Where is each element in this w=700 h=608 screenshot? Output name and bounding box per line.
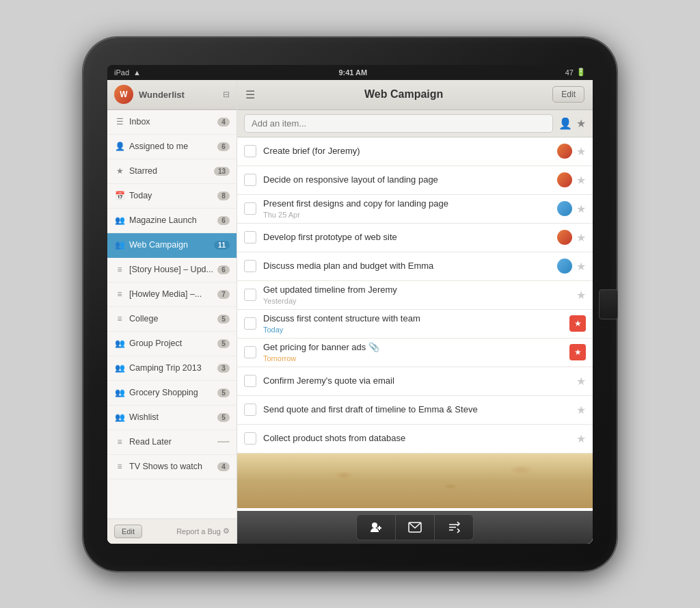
task-row[interactable]: Present first designs and copy for landi…: [237, 195, 593, 224]
sidebar-item-camping[interactable]: 👥 Camping Trip 2013 3: [107, 356, 237, 381]
star-icon[interactable]: ★: [576, 432, 586, 445]
hamburger-icon[interactable]: ☰: [245, 88, 255, 101]
ipad-label: iPad: [114, 68, 129, 77]
task-title: Send quote and first draft of timeline t…: [263, 404, 576, 416]
add-star-icon[interactable]: ★: [576, 117, 586, 130]
add-person-icon[interactable]: 👤: [558, 117, 572, 130]
task-title: Get pricing for banner ads 📎: [263, 342, 569, 354]
toolbar-group: [356, 514, 474, 540]
sidebar-item-grocery[interactable]: 👥 Grocery Shopping 5: [107, 381, 237, 406]
task-checkbox[interactable]: [244, 174, 256, 186]
avatar: [557, 230, 572, 245]
battery-icon: 🔋: [576, 68, 586, 77]
gear-icon: ⚙: [223, 527, 230, 536]
sidebar-item-count: 5: [217, 388, 230, 397]
star-icon[interactable]: ★: [576, 231, 586, 244]
task-row[interactable]: Develop first prototype of web site ★: [237, 224, 593, 252]
add-item-input[interactable]: [244, 114, 553, 133]
star-icon[interactable]: ★: [576, 404, 586, 417]
sidebar-item-today[interactable]: 📅 Today 8: [107, 184, 237, 209]
task-content: Get pricing for banner ads 📎 Tomorrow: [263, 342, 569, 362]
sidebar-item-assigned[interactable]: 👤 Assigned to me 6: [107, 135, 237, 159]
task-checkbox[interactable]: [244, 375, 256, 387]
list-icon: ≡: [114, 265, 125, 274]
task-row[interactable]: Decide on responsive layout of landing p…: [237, 166, 593, 195]
task-content: Collect product shots from database: [263, 433, 576, 445]
star-icon[interactable]: ★: [576, 289, 586, 302]
sidebar-item-inbox[interactable]: ☰ Inbox 4: [107, 110, 237, 135]
sidebar-item-count: 13: [214, 167, 230, 176]
task-row[interactable]: Discuss first content structure with tea…: [237, 310, 593, 339]
star-icon[interactable]: ★: [576, 174, 586, 187]
sidebar-item-story-house[interactable]: ≡ [Story House] – Upd... 6: [107, 258, 237, 282]
people-icon: 👥: [114, 240, 125, 250]
task-checkbox[interactable]: [244, 289, 256, 301]
task-checkbox[interactable]: [244, 145, 256, 157]
sidebar-item-label: Assigned to me: [129, 142, 217, 151]
task-title: Develop first prototype of web site: [263, 232, 557, 243]
task-row[interactable]: Discuss media plan and budget with Emma …: [237, 252, 593, 281]
sidebar-edit-button[interactable]: Edit: [114, 525, 142, 538]
sidebar-items: ☰ Inbox 4 👤 Assigned to me 6 ★ Starred: [107, 110, 237, 518]
sidebar-item-read-later[interactable]: ≡ Read Later: [107, 430, 237, 455]
task-checkbox[interactable]: [244, 260, 256, 272]
people-icon: 👥: [114, 412, 125, 422]
list-icon: ≡: [114, 462, 125, 471]
edit-button[interactable]: Edit: [552, 86, 584, 103]
add-person-button[interactable]: [357, 515, 396, 540]
add-item-icons: 👤 ★: [558, 117, 586, 130]
sync-icon: ⊟: [223, 90, 230, 99]
task-row[interactable]: Send quote and first draft of timeline t…: [237, 396, 593, 425]
task-row[interactable]: Create brief (for Jeremy) ★: [237, 137, 593, 166]
add-item-bar: 👤 ★: [237, 110, 593, 137]
task-row[interactable]: Confirm Jeremy's quote via email ★: [237, 367, 593, 396]
sidebar-item-group-project[interactable]: 👥 Group Project 5: [107, 332, 237, 356]
sidebar-item-college[interactable]: ≡ College 5: [107, 307, 237, 332]
task-right: ★: [557, 172, 586, 187]
sidebar-item-web-campaign[interactable]: 👥 Web Campaign 11: [107, 233, 237, 258]
sidebar-item-tv-shows[interactable]: ≡ TV Shows to watch 4: [107, 455, 237, 479]
task-checkbox[interactable]: [244, 432, 256, 445]
sidebar-item-howley[interactable]: ≡ [Howley Media] –... 7: [107, 282, 237, 307]
task-checkbox[interactable]: [244, 404, 256, 416]
avatar: [557, 144, 572, 159]
task-title: Collect product shots from database: [263, 433, 576, 445]
sidebar-item-label: Inbox: [129, 117, 217, 127]
star-icon[interactable]: ★: [576, 375, 586, 388]
task-checkbox[interactable]: [244, 317, 256, 330]
sidebar-item-starred[interactable]: ★ Starred 13: [107, 159, 237, 184]
task-row[interactable]: Get updated timeline from Jeremy Yesterd…: [237, 281, 593, 310]
task-checkbox[interactable]: [244, 231, 256, 243]
task-checkbox[interactable]: [244, 346, 256, 358]
report-bug-label: Report a Bug: [176, 527, 221, 536]
flag-badge: ★: [569, 344, 586, 360]
task-checkbox[interactable]: [244, 202, 256, 215]
star-icon[interactable]: ★: [576, 145, 586, 158]
task-due-date: Today: [263, 326, 569, 334]
task-right: ★: [557, 230, 586, 245]
sidebar-item-wishlist[interactable]: 👥 Wishlist 5: [107, 406, 237, 430]
person-add-icon: 👤: [114, 142, 125, 151]
sidebar-footer: Edit Report a Bug ⚙: [107, 518, 237, 544]
task-row[interactable]: Get pricing for banner ads 📎 Tomorrow ★: [237, 339, 593, 367]
screen-bezel: iPad ▲ 9:41 AM 47 🔋 W Wunderlist ⊟: [107, 65, 593, 544]
star-icon[interactable]: ★: [576, 202, 586, 215]
inbox-icon: ☰: [114, 117, 125, 127]
sort-button[interactable]: [435, 515, 473, 540]
sidebar-item-label: Starred: [129, 166, 214, 176]
sidebar-item-label: Read Later: [129, 437, 217, 447]
people-icon: 👥: [114, 215, 125, 225]
task-row[interactable]: Collect product shots from database ★: [237, 425, 593, 453]
email-button[interactable]: [396, 515, 435, 540]
sidebar-item-count: 6: [217, 142, 230, 151]
sidebar-item-label: Wishlist: [129, 412, 217, 422]
task-right: ★: [576, 404, 586, 417]
svg-point-0: [372, 523, 377, 528]
list-icon: ≡: [114, 314, 125, 323]
star-icon[interactable]: ★: [576, 260, 586, 273]
sidebar-item-magazine[interactable]: 👥 Magazine Launch 6: [107, 209, 237, 233]
task-right: ★: [569, 344, 586, 360]
home-button[interactable]: [599, 289, 618, 319]
task-title: Create brief (for Jeremy): [263, 146, 557, 157]
report-bug-button[interactable]: Report a Bug ⚙: [176, 527, 230, 536]
